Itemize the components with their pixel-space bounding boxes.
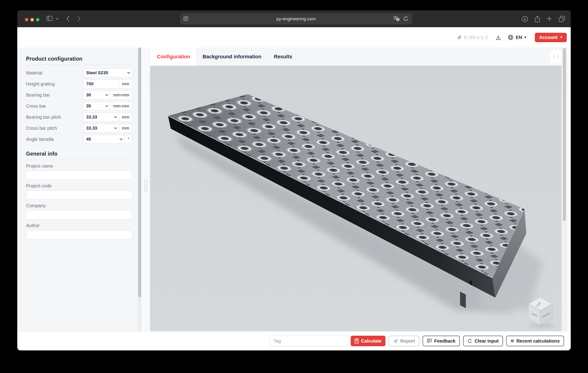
share-icon — [534, 16, 540, 22]
cross-bar-pitch-label: Cross bar pitch — [26, 126, 57, 131]
cross-bar-select[interactable]: 35 — [84, 102, 103, 110]
config-row-height-grating: Height grating mm — [26, 78, 132, 89]
zoom-window-button[interactable] — [36, 18, 39, 21]
download-report-button[interactable] — [495, 35, 501, 40]
tag-input[interactable] — [270, 336, 364, 346]
drag-handle-icon — [144, 180, 147, 191]
sidebar-toggle-icon — [46, 15, 53, 21]
project-name-input[interactable] — [26, 171, 132, 180]
sidebar-menu-chevron[interactable] — [55, 18, 59, 20]
recent-calculations-button[interactable]: « Recent calculations — [506, 336, 564, 346]
cross-bar-pitch-select[interactable]: 33.33 — [84, 124, 112, 132]
sidebar-scrollbar-thumb[interactable] — [138, 47, 141, 297]
main-scrollbar-thumb[interactable] — [563, 48, 566, 221]
pager-next-icon[interactable] — [557, 54, 559, 59]
calculate-button[interactable]: Calculate — [351, 336, 386, 346]
author-input[interactable] — [26, 230, 132, 239]
reload-icon[interactable] — [403, 16, 409, 22]
height-grating-label: Height grating — [26, 81, 55, 87]
sidebar-toggle-button[interactable] — [46, 15, 53, 21]
project-code-label: Project code — [26, 183, 132, 189]
calculator-icon — [355, 338, 359, 343]
bearing-bar-pitch-label: Bearing bar pitch — [26, 115, 61, 120]
angle-lamella-label: Angle lamella — [26, 137, 54, 142]
report-button[interactable]: Report — [389, 336, 419, 346]
bearing-bar-label: Bearing bar — [26, 92, 50, 98]
panel-resizer[interactable] — [141, 47, 150, 331]
pager-prev-icon[interactable] — [553, 54, 555, 59]
cross-bar-label: Cross bar — [26, 104, 46, 109]
tab-background-information[interactable]: Background information — [196, 47, 267, 66]
browser-titlebar: py-engineering.com — [17, 10, 571, 27]
company-input[interactable] — [26, 210, 132, 219]
caret-down-icon — [560, 37, 562, 39]
tab-pager — [550, 50, 561, 63]
configuration-sidebar: Product configuration Material Steel S23… — [17, 47, 138, 331]
chevron-down-icon — [55, 18, 59, 20]
feedback-button[interactable]: Feedback — [423, 336, 460, 346]
feedback-icon — [427, 339, 432, 343]
forward-icon — [77, 15, 81, 22]
bearing-bar-unit: mm-mm — [110, 91, 132, 99]
bearing-bar-pitch-select[interactable]: 33.33 — [84, 113, 112, 121]
config-row-bearing-bar-pitch: Bearing bar pitch 33.33 mm — [26, 112, 132, 123]
globe-icon — [508, 34, 514, 40]
account-button[interactable]: Account — [535, 33, 567, 42]
material-label: Material — [26, 70, 42, 76]
sidebar-scrollbar[interactable] — [138, 47, 141, 331]
close-window-button[interactable] — [25, 18, 28, 21]
url-bar[interactable]: py-engineering.com — [180, 13, 412, 24]
downloads-button[interactable] — [521, 16, 528, 23]
tab-strip: Configuration Background information Res… — [150, 47, 561, 66]
config-row-cross-bar-pitch: Cross bar pitch 33.33 mm — [26, 123, 132, 134]
send-icon — [393, 339, 398, 343]
chevron-down-icon — [125, 69, 132, 77]
reader-icon[interactable] — [183, 16, 189, 22]
plus-icon — [546, 16, 552, 22]
share-button[interactable] — [534, 16, 540, 23]
download-icon — [495, 35, 501, 40]
config-row-bearing-bar: Bearing bar 30 mm-mm — [26, 89, 132, 100]
caret-down-icon — [524, 37, 526, 39]
content-area: Product configuration Material Steel S23… — [17, 47, 571, 331]
browser-window: py-engineering.com — [17, 10, 571, 351]
height-grating-input[interactable] — [84, 80, 119, 88]
double-chevron-left-icon: « — [511, 338, 514, 344]
bearing-bar-select[interactable]: 30 — [84, 91, 103, 99]
downloads-icon — [521, 16, 528, 22]
version-text: C-03-v-1.2 — [464, 35, 488, 40]
forward-button[interactable] — [77, 15, 81, 22]
3d-viewport[interactable]: TOP LEFT FRONT — [150, 66, 561, 331]
version-tag: C-03-v-1.2 — [457, 35, 488, 40]
refresh-icon — [468, 339, 472, 343]
company-label: Company — [26, 203, 132, 208]
chevron-down-icon — [112, 113, 119, 121]
bearing-bar-pitch-unit: mm — [119, 113, 132, 121]
tab-results[interactable]: Results — [268, 47, 298, 66]
back-button[interactable] — [66, 15, 70, 22]
clear-input-button[interactable]: Clear input — [463, 336, 503, 346]
tab-configuration[interactable]: Configuration — [151, 47, 196, 66]
chevron-down-icon — [112, 124, 119, 132]
material-select[interactable]: Steel S235 — [83, 68, 132, 77]
language-selector[interactable]: EN — [508, 34, 526, 40]
translate-icon[interactable] — [394, 16, 399, 22]
tab-overview-button[interactable] — [558, 16, 565, 23]
tabs-icon — [558, 16, 565, 22]
project-code-input[interactable] — [26, 191, 132, 200]
config-row-angle-lamella: Angle lamella 45 ° — [26, 134, 132, 145]
chevron-down-icon — [103, 102, 110, 110]
general-info-heading: General info — [26, 151, 132, 160]
cross-bar-unit: mm-mm — [110, 102, 132, 110]
new-tab-button[interactable] — [546, 16, 552, 23]
minimize-window-button[interactable] — [31, 18, 34, 21]
app-header: C-03-v-1.2 EN Account — [17, 27, 571, 47]
angle-lamella-select[interactable]: 45 — [84, 135, 117, 143]
language-label: EN — [516, 35, 522, 40]
grating-3d-model: TOP LEFT FRONT — [150, 66, 561, 331]
config-row-material: Material Steel S235 — [26, 67, 132, 78]
back-icon — [66, 15, 70, 22]
cross-bar-pitch-unit: mm — [119, 124, 132, 132]
right-margin — [567, 47, 571, 331]
main-scrollbar[interactable] — [561, 47, 567, 331]
